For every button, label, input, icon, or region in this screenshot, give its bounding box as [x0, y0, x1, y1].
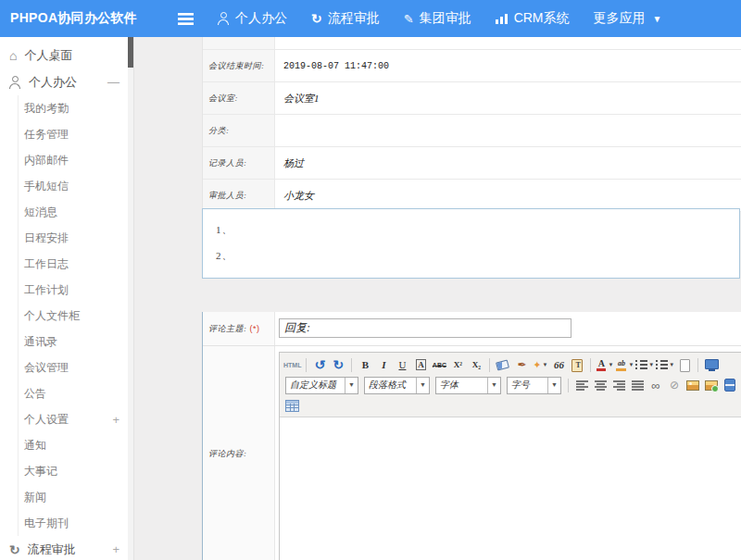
row-category: 分类: [203, 115, 741, 147]
comment-subject-label: 评论主题: [208, 323, 247, 335]
sidebar-personal-settings[interactable]: 个人设置+ [18, 406, 133, 432]
sidebar-notification-label: 通知 [24, 438, 46, 454]
meeting-detail-table: 会议结束时间:2019-08-07 11:47:00会议室:会议室1分类:记录人… [202, 37, 741, 212]
align-justify-icon [632, 380, 644, 391]
font-size-select[interactable]: 字号▼ [507, 377, 561, 394]
row-meeting-end-time: 会议结束时间:2019-08-07 11:47:00 [203, 50, 741, 82]
superscript-button[interactable]: X² [449, 356, 466, 373]
caret-down-icon: ▼ [487, 378, 500, 393]
sidebar-meeting-management[interactable]: 会议管理 [18, 355, 133, 380]
sidebar-my-attendance-label: 我的考勤 [24, 101, 69, 117]
ordered-list-button[interactable]: ▼ [635, 356, 654, 373]
wand-icon: ✦ [533, 360, 541, 370]
sidebar-announcement[interactable]: 公告 [18, 380, 133, 406]
sidebar-mobile-sms[interactable]: 手机短信 [18, 173, 133, 199]
upload-image-button[interactable] [703, 377, 720, 393]
insert-link-button[interactable]: ∞ [647, 377, 664, 393]
align-left-icon [576, 380, 588, 391]
hamburger-menu-icon[interactable] [178, 13, 194, 25]
paste-text-button[interactable] [569, 356, 585, 373]
align-left-button[interactable] [573, 377, 590, 393]
sidebar-meeting-management-label: 会议管理 [24, 360, 69, 376]
nav-more-apps[interactable]: 更多应用▼ [594, 10, 662, 27]
nav-group-approval[interactable]: ✎集团审批 [404, 10, 471, 27]
nav-crm-system[interactable]: CRM系统 [496, 10, 570, 27]
sidebar-e-journal[interactable]: 电子期刊 [18, 510, 133, 536]
sidebar-schedule[interactable]: 日程安排 [18, 225, 133, 251]
comment-subject-row: 评论主题: (*) [203, 312, 741, 346]
content-line: 2、 [216, 249, 739, 263]
editor-content-area[interactable] [280, 417, 741, 560]
sidebar-scrollbar-thumb[interactable] [128, 37, 133, 68]
sidebar-work-plan[interactable]: 工作计划 [18, 277, 133, 303]
italic-button[interactable]: I [375, 356, 392, 373]
application-window: PHPOA协同办公软件 个人办公↻流程审批✎集团审批CRM系统更多应用▼ ⌂个人… [0, 0, 741, 560]
nav-personal-office[interactable]: 个人办公 [218, 10, 287, 27]
caret-down-icon: ▼ [628, 362, 634, 367]
align-right-button[interactable] [610, 377, 627, 393]
sidebar-personal-desktop[interactable]: ⌂个人桌面 [0, 42, 133, 68]
bold-button[interactable]: B [357, 356, 373, 373]
redo-icon: ↻ [333, 358, 345, 371]
sidebar-my-attendance[interactable]: 我的考勤 [18, 95, 133, 121]
unordered-list-button[interactable]: ▼ [656, 356, 674, 373]
insert-media-button[interactable] [722, 377, 738, 393]
caret-down-icon: ▼ [669, 362, 674, 367]
format-brush-button[interactable]: ✒ [513, 356, 530, 373]
quick-format-button[interactable]: ✦▼ [532, 356, 548, 373]
strikethrough-button-label: ABC [433, 362, 446, 368]
home-icon: ⌂ [9, 49, 17, 62]
strikethrough-button[interactable]: ABC [431, 356, 447, 373]
redo-button[interactable]: ↻ [330, 356, 346, 373]
sidebar-e-journal-label: 电子期刊 [24, 516, 69, 531]
html-source-button[interactable]: HTML [283, 356, 301, 373]
comment-subject-input[interactable] [279, 318, 571, 338]
undo-button[interactable]: ↺ [311, 356, 328, 373]
user-icon [218, 12, 230, 25]
sidebar-work-log-label: 工作日志 [24, 256, 69, 272]
link-icon: ∞ [651, 380, 659, 392]
paragraph-format-select[interactable]: 段落格式▼ [364, 377, 430, 394]
highlight-icon [615, 358, 627, 372]
remove-format-button[interactable] [495, 356, 511, 373]
font-style-box-button[interactable]: A [412, 356, 429, 373]
monitor-icon [705, 359, 719, 371]
fullscreen-button[interactable] [703, 356, 720, 373]
sidebar-notification[interactable]: 通知 [18, 432, 133, 458]
minus-icon[interactable]: — [107, 76, 119, 88]
justify-button[interactable] [629, 377, 646, 393]
caret-down-icon: ▼ [416, 378, 429, 393]
subscript-button[interactable]: X₂ [468, 356, 484, 373]
underline-button[interactable]: U [394, 356, 410, 373]
sidebar-contacts[interactable]: 通讯录 [18, 329, 133, 355]
plus-icon[interactable]: + [112, 543, 119, 555]
plus-icon[interactable]: + [112, 414, 119, 426]
sidebar-workflow-approval-label: 流程审批 [28, 541, 76, 558]
required-mark: (*) [250, 324, 260, 333]
row-approver-value: 小龙女 [275, 180, 741, 211]
sidebar: ⌂个人桌面个人办公—我的考勤任务管理内部邮件手机短信短消息日程安排工作日志工作计… [0, 37, 134, 560]
sidebar-workflow-approval[interactable]: ↻流程审批+ [0, 536, 133, 560]
sidebar-news[interactable]: 新闻 [18, 484, 133, 510]
align-center-button[interactable] [592, 377, 609, 393]
highlight-color-button[interactable]: ▼ [615, 356, 634, 373]
heading-select[interactable]: 自定义标题▼ [285, 377, 358, 394]
sidebar-news-label: 新闻 [24, 490, 46, 505]
sidebar-personal-file-cabinet[interactable]: 个人文件柜 [18, 303, 133, 329]
sidebar-internal-mail[interactable]: 内部邮件 [18, 147, 133, 173]
nav-personal-office-label: 个人办公 [235, 10, 287, 27]
blockquote-button[interactable]: 66 [550, 356, 567, 373]
sidebar-major-events[interactable]: 大事记 [18, 458, 133, 484]
sidebar-short-message[interactable]: 短消息 [18, 199, 133, 225]
new-document-button[interactable] [676, 356, 693, 373]
remove-link-button[interactable]: ⊘ [666, 377, 683, 393]
sidebar-task-management[interactable]: 任务管理 [18, 121, 133, 147]
sidebar-work-log[interactable]: 工作日志 [18, 251, 133, 277]
insert-table-button[interactable] [283, 397, 300, 414]
nav-workflow-approval[interactable]: ↻流程审批 [311, 10, 380, 27]
sidebar-personal-office[interactable]: 个人办公— [0, 68, 133, 95]
insert-image-button[interactable] [684, 377, 701, 393]
font-family-select[interactable]: 字体▼ [435, 377, 501, 394]
font-color-button[interactable]: ▼ [596, 356, 613, 373]
content-line: 1、 [216, 223, 739, 237]
